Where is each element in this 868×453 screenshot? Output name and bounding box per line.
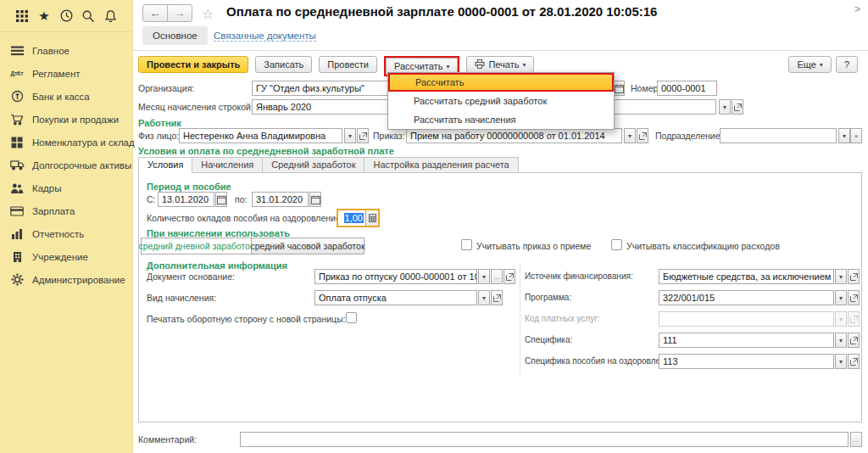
person-field[interactable]: Нестеренко Анна Владимировна [179,128,342,143]
sidebar-item-aktivy[interactable]: Долгосрочные активы [0,154,132,176]
chevron-down-icon: ▾ [843,132,846,140]
order-label: Приказ: [373,131,405,141]
menu-item-calculate[interactable]: Рассчитать [388,73,614,92]
calendar-icon[interactable] [309,192,321,207]
printer-icon [475,59,485,70]
sidebar-item-label: Покупки и продажи [32,115,119,125]
dropdown-button[interactable]: ▾ [344,128,356,143]
chevron-right-icon[interactable]: > [854,3,860,15]
oklad-count-input[interactable]: 1,00 [338,210,365,226]
forward-arrow-icon: → [175,7,186,20]
tab-nachisleniya[interactable]: Начисления [192,157,263,173]
dropdown-button[interactable]: ▾ [835,269,847,284]
sidebar-item-zarplata[interactable]: Зарплата [0,199,132,222]
clear-icon[interactable]: × [850,128,862,143]
specifics-field[interactable]: 111 [659,333,834,348]
org-label: Организация: [138,83,194,93]
dropdown-button: ▾ [835,311,847,327]
open-link-icon[interactable] [732,99,743,115]
order-field[interactable]: Прием на работу 00000000008 от 01.01.201… [406,128,622,143]
to-label: по: [235,194,247,204]
debit-credit-icon: ДтКт [9,71,25,76]
open-link-icon[interactable] [848,269,860,284]
open-link-icon[interactable] [848,354,860,369]
tab-usloviya[interactable]: Условия [138,157,192,173]
open-link-icon[interactable] [848,290,860,305]
chevron-down-icon: ▾ [839,337,843,344]
history-icon[interactable] [58,8,75,25]
sidebar-item-otchetnost[interactable]: Отчетность [0,222,132,245]
sidebar: ★ Главное ДтКт Регламент Банк и касса По… [0,0,133,453]
post-and-close-button[interactable]: Провести и закрыть [138,56,248,73]
help-button[interactable]: ? [836,56,858,73]
number-field[interactable]: 0000-0001 [657,81,717,96]
back-button[interactable]: ← [142,4,168,22]
card-icon [9,206,25,216]
ellipsis-button[interactable]: … [850,432,862,447]
to-date-field[interactable]: 31.01.2020 [252,192,309,207]
conditions-tabstrip: Условия Начисления Средний заработок Нас… [138,157,519,173]
program-field[interactable]: 322/001/015 [659,290,834,305]
conditions-group-title[interactable]: Условия и оплата по среднедневной зарабо… [138,146,394,156]
more-button[interactable]: Еще▾ [788,56,831,73]
consider-expense-checkbox[interactable] [611,239,622,250]
comment-field[interactable] [240,432,849,447]
tab-main[interactable]: Основное [142,26,208,45]
specifics2-field[interactable]: 113 [659,354,834,369]
sidebar-item-reglament[interactable]: ДтКт Регламент [0,62,132,85]
from-date-field[interactable]: 13.01.2020 [158,192,214,207]
department-field[interactable] [720,128,837,143]
favorite-star-icon[interactable]: ☆ [202,6,214,22]
paid-services-field [659,311,834,327]
specifics-row: Специфика: 111 ▾ [139,333,861,348]
calculate-highlight-box: Рассчитать ▾ Рассчитать Рассчитать средн… [384,56,459,76]
menu-item-calculate-average[interactable]: Рассчитать средний заработок [388,92,614,110]
specifics2-label: Специфика пособия на оздоровление: [525,356,677,366]
open-link-icon[interactable] [848,333,860,348]
from-label: С: [147,194,156,204]
calendar-icon[interactable] [613,81,625,96]
sidebar-item-pokupki[interactable]: Покупки и продажи [0,108,132,131]
menu-item-calculate-accruals[interactable]: Рассчитать начисления [388,110,614,129]
calculator-icon[interactable] [365,210,378,226]
print-button[interactable]: Печать ▾ [466,56,534,73]
apps-grid-icon[interactable] [14,8,31,25]
calendar-icon[interactable] [215,192,227,207]
tab-sredniy-zarabotok[interactable]: Средний заработок [263,157,364,173]
dropdown-button[interactable]: ▾ [624,128,636,143]
sidebar-item-glavnoe[interactable]: Главное [0,39,132,62]
dropdown-button[interactable]: ▾ [835,333,847,348]
dropdown-button[interactable]: ▾ [835,354,847,369]
consider-order-checkbox[interactable] [461,239,472,250]
use-row: средний дневной заработок средний часово… [139,238,861,254]
favorites-star-icon[interactable]: ★ [36,8,53,25]
sidebar-item-bank-kassa[interactable]: Банк и касса [0,85,132,108]
dropdown-button[interactable]: ▾ [835,290,847,305]
avg-daily-earnings-toggle[interactable]: средний дневной заработок [141,238,252,254]
avg-hourly-earnings-toggle[interactable]: средний часовой заработок [251,238,364,254]
open-link-icon[interactable] [637,128,648,143]
notifications-bell-icon[interactable] [102,8,119,25]
sidebar-item-kadry[interactable]: Кадры [0,176,132,199]
open-link-icon[interactable] [357,128,369,143]
dropdown-button[interactable]: ▾ [838,128,850,143]
search-icon[interactable] [80,8,97,25]
bar-chart-icon [9,228,25,239]
fin-source-row: Источник финансирования: Бюджетные средс… [139,269,861,284]
write-button[interactable]: Записать [255,56,312,73]
department-label: Подразделение: [655,131,722,141]
chevron-down-icon: ▾ [348,132,352,140]
fin-source-field[interactable]: Бюджетные средства, за исключением средс… [659,269,834,284]
sidebar-item-nomenklatura[interactable]: Номенклатура и склад [0,131,132,154]
forward-button[interactable]: → [167,4,192,22]
tab-linked-documents[interactable]: Связанные документы [214,31,316,42]
accrual-month-label: Месяц начисления строкой: [138,102,253,112]
post-button[interactable]: Провести [319,56,377,73]
fin-source-label: Источник финансирования: [525,271,633,281]
dropdown-button[interactable]: ▾ [719,99,731,115]
sidebar-item-label: Отчетность [32,229,84,239]
sidebar-item-uchrezhdenie[interactable]: Учреждение [0,245,132,268]
menu-lines-icon [9,46,25,56]
tab-nastroyka[interactable]: Настройка разделения расчета [364,157,518,173]
sidebar-item-administrirovanie[interactable]: Администрирование [0,268,132,291]
